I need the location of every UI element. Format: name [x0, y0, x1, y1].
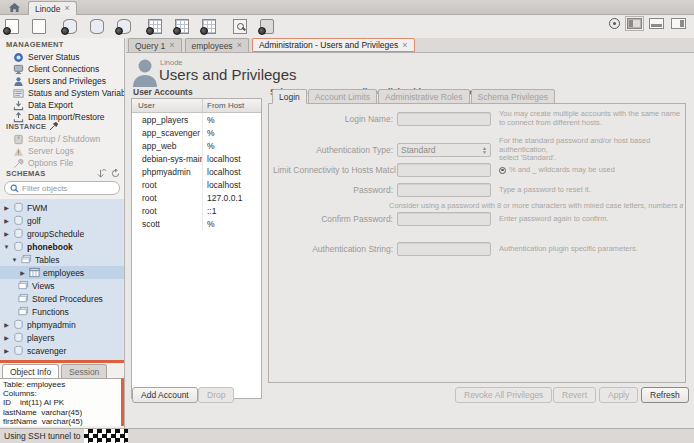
sidebar-item-data-export[interactable]: Data Export — [0, 99, 124, 111]
reconnect-icon[interactable] — [260, 19, 274, 34]
tab-object-info[interactable]: Object Info — [2, 364, 59, 378]
sidebar-item-client-connections[interactable]: Client Connections — [0, 63, 124, 75]
new-query-icon[interactable] — [5, 19, 19, 34]
filter-objects-input[interactable] — [22, 184, 114, 193]
login-name-input[interactable] — [397, 112, 491, 126]
table-row[interactable]: app_scavenger% — [132, 126, 261, 139]
tree-item-schema-phonebook[interactable]: phonebook — [0, 240, 124, 253]
chevron-right-icon[interactable] — [3, 334, 10, 341]
table-row[interactable]: scott% — [132, 217, 261, 230]
table-row[interactable]: root127.0.0.1 — [132, 191, 261, 204]
close-icon[interactable] — [65, 4, 70, 13]
tab-account-limits[interactable]: Account Limits — [308, 89, 377, 104]
object-info-panel: Table: employees Columns: ID int(11) AI … — [0, 378, 124, 426]
tab-employees[interactable]: employees — [185, 38, 249, 52]
create-schema-icon[interactable] — [90, 19, 104, 34]
chevron-right-icon[interactable] — [3, 230, 10, 237]
tab-administrative-roles[interactable]: Administrative Roles — [378, 89, 469, 104]
instance-section-header: INSTANCE — [6, 122, 58, 131]
sidebar-item-status-system-variables[interactable]: Status and System Variables — [0, 87, 124, 99]
toggle-secondary-sidebar-icon[interactable] — [671, 18, 686, 29]
table-row[interactable]: phpmyadminlocalhost — [132, 165, 261, 178]
schema-icon — [13, 202, 24, 213]
user-accounts-label: User Accounts — [133, 87, 193, 97]
sidebar-item-label: Client Connections — [28, 64, 99, 74]
schema-inspector-icon[interactable] — [63, 19, 77, 34]
password-input[interactable] — [397, 183, 491, 197]
tree-item-schema-groupschedule[interactable]: groupSchedule — [0, 227, 124, 240]
create-view-icon[interactable] — [175, 19, 189, 34]
close-icon[interactable] — [169, 41, 174, 50]
column-header-user[interactable]: User — [132, 99, 203, 112]
chevron-right-icon[interactable] — [3, 321, 10, 328]
panel-splitter[interactable] — [0, 360, 124, 363]
revoke-all-privileges-button[interactable]: Revoke All Privileges — [455, 387, 552, 403]
toggle-output-panel-icon[interactable] — [649, 18, 664, 29]
add-account-button[interactable]: Add Account — [132, 387, 198, 403]
management-section-header: MANAGEMENT — [6, 40, 64, 49]
refresh-button[interactable]: Refresh — [641, 387, 689, 403]
tree-item-schema-players[interactable]: players — [0, 331, 124, 344]
chevron-down-icon[interactable] — [11, 257, 18, 263]
close-icon[interactable] — [402, 41, 407, 50]
tree-item-tables[interactable]: Tables — [0, 253, 124, 266]
connection-tab[interactable]: Linode — [28, 1, 77, 15]
table-row[interactable]: app_players% — [132, 113, 261, 126]
home-tab[interactable] — [6, 1, 23, 14]
chevron-right-icon[interactable] — [3, 347, 10, 354]
tree-item-table-employees[interactable]: employees — [0, 266, 124, 279]
close-icon[interactable] — [237, 41, 242, 50]
tree-item-schema-phpmyadmin[interactable]: phpmyadmin — [0, 318, 124, 331]
tree-item-views[interactable]: Views — [0, 279, 124, 292]
revert-button[interactable]: Revert — [553, 387, 596, 403]
tab-schema-privileges[interactable]: Schema Privileges — [471, 89, 555, 104]
create-table-icon[interactable] — [148, 19, 162, 34]
tab-administration-users-privileges[interactable]: Administration - Users and Privileges — [252, 38, 415, 52]
confirm-password-input[interactable] — [397, 212, 491, 226]
apply-button[interactable]: Apply — [599, 387, 638, 403]
tab-query-1[interactable]: Query 1 — [128, 38, 182, 52]
auth-string-input[interactable] — [397, 242, 491, 256]
tab-session[interactable]: Session — [61, 364, 107, 378]
window-tab-bar: Linode — [0, 0, 694, 15]
tree-item-stored-procedures[interactable]: Stored Procedures — [0, 292, 124, 305]
tab-label: Query 1 — [135, 41, 165, 51]
table-row[interactable]: rootlocalhost — [132, 178, 261, 191]
tree-item-functions[interactable]: Functions — [0, 305, 124, 318]
chevron-right-icon[interactable] — [3, 217, 10, 224]
data-export-icon — [13, 100, 24, 111]
tab-login[interactable]: Login — [272, 89, 307, 104]
sidebar-item-users-and-privileges[interactable]: Users and Privileges — [0, 75, 124, 87]
detail-tabbar: Login Account Limits Administrative Role… — [272, 89, 556, 104]
sidebar-item-startup-shutdown[interactable]: Startup / Shutdown — [0, 133, 124, 145]
chevron-right-icon[interactable] — [3, 204, 10, 211]
object-info-line: firstName varchar(45) — [3, 417, 118, 426]
tree-item-schema-scavenger[interactable]: scavenger — [0, 344, 124, 357]
table-row[interactable]: debian-sys-maintlocalhost — [132, 152, 261, 165]
tab-label: employees — [192, 41, 233, 51]
create-procedure-icon[interactable] — [202, 19, 216, 34]
table-row[interactable]: app_web% — [132, 139, 261, 152]
auth-type-help: For the standard password and/or host ba… — [499, 137, 683, 163]
refresh-schemas-icon[interactable] — [111, 169, 120, 178]
search-data-icon[interactable] — [233, 19, 247, 34]
sidebar-item-server-logs[interactable]: Server Logs — [0, 145, 124, 157]
table-row[interactable]: root::1 — [132, 204, 261, 217]
chevron-down-icon[interactable] — [3, 244, 10, 250]
toggle-sidebar-icon[interactable] — [627, 18, 642, 29]
drop-schema-icon[interactable] — [117, 19, 131, 34]
auth-type-select[interactable]: Standard ▲▼ — [397, 143, 491, 157]
sidebar-item-options-file[interactable]: Options File — [0, 157, 124, 169]
sidebar-item-server-status[interactable]: Server Status — [0, 51, 124, 63]
cell-user: app_web — [132, 139, 203, 152]
management-title: MANAGEMENT — [6, 40, 64, 49]
chevron-right-icon[interactable] — [19, 269, 26, 276]
tree-item-schema-golf[interactable]: golf — [0, 214, 124, 227]
drop-button[interactable]: Drop — [198, 387, 234, 403]
limit-hosts-input[interactable] — [397, 163, 491, 177]
column-header-from-host[interactable]: From Host — [203, 99, 244, 112]
tree-item-schema-fwm[interactable]: FWM — [0, 201, 124, 214]
expand-all-icon[interactable] — [97, 169, 106, 178]
server-status-icon — [13, 52, 24, 63]
open-script-icon[interactable] — [32, 19, 46, 34]
